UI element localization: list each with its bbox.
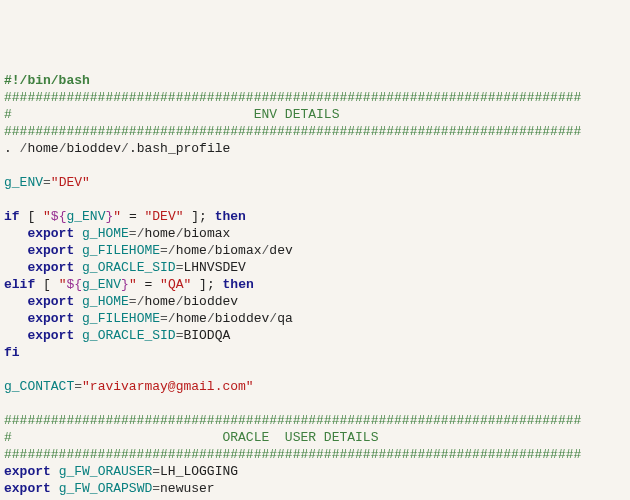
dollar-brace: ${ — [66, 277, 82, 292]
eq: = — [43, 175, 51, 190]
var-gcontact: g_CONTACT — [4, 379, 74, 394]
kw-export: export — [4, 464, 51, 479]
sp — [74, 328, 82, 343]
bracket-end: ]; — [191, 277, 222, 292]
kw-export: export — [27, 226, 74, 241]
var-ghome: g_HOME — [82, 294, 129, 309]
eq: = — [160, 243, 168, 258]
kw-export: export — [27, 311, 74, 326]
slash: / — [176, 226, 184, 241]
var-fworapswd: g_FW_ORAPSWD — [59, 481, 153, 496]
var-gfilehome: g_FILEHOME — [82, 243, 160, 258]
slash: / — [121, 141, 129, 156]
sp — [74, 260, 82, 275]
eq: = — [160, 311, 168, 326]
bracket-end: ]; — [184, 209, 215, 224]
path: bioddev — [215, 311, 270, 326]
indent — [4, 311, 27, 326]
quote: " — [129, 277, 137, 292]
var-gfilehome: g_FILEHOME — [82, 311, 160, 326]
kw-export: export — [27, 328, 74, 343]
comment-env-b: ENV DETAILS — [254, 107, 340, 122]
bracket: [ — [20, 209, 43, 224]
indent — [4, 226, 27, 241]
hashline-1: ########################################… — [4, 90, 581, 105]
path: home — [144, 226, 175, 241]
path: bioddev — [184, 294, 239, 309]
eq: = — [129, 294, 137, 309]
var-fworauser: g_FW_ORAUSER — [59, 464, 153, 479]
slash: / — [168, 243, 176, 258]
var-genv: g_ENV — [66, 209, 105, 224]
path-home: home — [27, 141, 58, 156]
path-bashprofile: .bash_profile — [129, 141, 230, 156]
dollar-brace: ${ — [51, 209, 67, 224]
var-genv: g_ENV — [4, 175, 43, 190]
kw-export: export — [27, 260, 74, 275]
str-dev: "DEV" — [144, 209, 183, 224]
eq: = — [152, 464, 160, 479]
kw-export: export — [27, 294, 74, 309]
hashline-4: ########################################… — [4, 447, 581, 462]
var-goraclesid: g_ORACLE_SID — [82, 260, 176, 275]
str-qa: "QA" — [160, 277, 191, 292]
var-genv: g_ENV — [82, 277, 121, 292]
dot: . — [4, 141, 20, 156]
path: home — [176, 243, 207, 258]
quote: " — [113, 209, 121, 224]
path: home — [176, 311, 207, 326]
str-dev: "DEV" — [51, 175, 90, 190]
path: biomax — [215, 243, 262, 258]
val: newuser — [160, 481, 215, 496]
kw-then: then — [215, 209, 246, 224]
brace: } — [121, 277, 129, 292]
sp — [74, 294, 82, 309]
indent — [4, 328, 27, 343]
indent — [4, 294, 27, 309]
path: home — [144, 294, 175, 309]
sp — [74, 311, 82, 326]
var-ghome: g_HOME — [82, 226, 129, 241]
str-email: "ravivarmay@gmail.com" — [82, 379, 254, 394]
slash: / — [168, 311, 176, 326]
slash: / — [207, 243, 215, 258]
bracket: [ — [35, 277, 58, 292]
kw-export: export — [4, 481, 51, 496]
slash: / — [176, 294, 184, 309]
shebang-line: #!/bin/bash — [4, 73, 90, 88]
kw-then: then — [223, 277, 254, 292]
kw-if: if — [4, 209, 20, 224]
slash: / — [207, 311, 215, 326]
path: biomax — [184, 226, 231, 241]
kw-fi: fi — [4, 345, 20, 360]
indent — [4, 260, 27, 275]
path: qa — [277, 311, 293, 326]
comment-oracle-a: # — [4, 430, 222, 445]
eq: = — [152, 481, 160, 496]
comment-env-a: # — [4, 107, 254, 122]
sp — [74, 226, 82, 241]
path: dev — [269, 243, 292, 258]
sp — [51, 481, 59, 496]
hashline-3: ########################################… — [4, 413, 581, 428]
sp — [51, 464, 59, 479]
var-goraclesid: g_ORACLE_SID — [82, 328, 176, 343]
eq-test: = — [121, 209, 144, 224]
eq: = — [129, 226, 137, 241]
indent — [4, 243, 27, 258]
sp — [74, 243, 82, 258]
comment-oracle-b: ORACLE USER DETAILS — [222, 430, 378, 445]
kw-elif: elif — [4, 277, 35, 292]
eq: = — [74, 379, 82, 394]
slash: / — [269, 311, 277, 326]
val: LH_LOGGING — [160, 464, 238, 479]
quote: " — [43, 209, 51, 224]
eq-test: = — [137, 277, 160, 292]
val: BIODQA — [183, 328, 230, 343]
path-bioddev: bioddev — [66, 141, 121, 156]
val: LHNVSDEV — [183, 260, 245, 275]
hashline-2: ########################################… — [4, 124, 581, 139]
kw-export: export — [27, 243, 74, 258]
